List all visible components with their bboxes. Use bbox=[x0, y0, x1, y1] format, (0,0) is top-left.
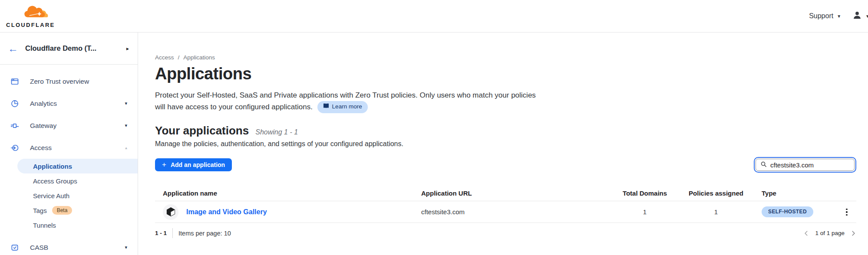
section-subheading: Manage the policies, authentication, and… bbox=[155, 140, 856, 148]
total-domains-cell: 1 bbox=[612, 208, 677, 216]
sidebar-item-tags[interactable]: Tags Beta bbox=[0, 203, 138, 218]
type-badge: SELF-HOSTED bbox=[762, 206, 813, 217]
items-range: 1 - 1 bbox=[155, 230, 167, 236]
items-per-page: Items per page: 10 bbox=[178, 230, 231, 237]
header-type: Type bbox=[755, 190, 837, 197]
sidebar-subitem-label: Service Auth bbox=[33, 192, 69, 199]
policies-assigned-cell: 1 bbox=[677, 208, 755, 216]
header-application-name: Application name bbox=[155, 190, 421, 197]
applications-table: Application name Application URL Total D… bbox=[155, 185, 856, 223]
page-title: Applications bbox=[155, 65, 856, 83]
sidebar-subitem-label: Applications bbox=[33, 163, 72, 170]
support-menu[interactable]: Support ▼ bbox=[809, 12, 841, 20]
table-footer: 1 - 1 Items per page: 10 1 of 1 page bbox=[155, 228, 856, 238]
account-switcher[interactable]: ← Cloudflare Demo (T... ▸ bbox=[0, 33, 138, 65]
sidebar: ← Cloudflare Demo (T... ▸ Zero Trust ove… bbox=[0, 33, 138, 255]
header-application-url: Application URL bbox=[421, 190, 612, 197]
add-application-button[interactable]: + Add an application bbox=[155, 158, 232, 171]
analytics-pie-icon bbox=[10, 99, 19, 108]
header-policies-assigned: Policies assigned bbox=[677, 190, 755, 197]
sidebar-item-label: CASB bbox=[30, 244, 48, 252]
section-head: Your applications Showing 1 - 1 bbox=[155, 124, 856, 137]
showing-count: Showing 1 - 1 bbox=[255, 128, 298, 136]
user-menu[interactable]: ▼ bbox=[852, 10, 868, 22]
sidebar-nav: Zero Trust overview Analytics ▾ bbox=[0, 65, 138, 255]
cloudflare-logo[interactable]: CLOUDFLARE bbox=[6, 4, 57, 28]
breadcrumb-access[interactable]: Access bbox=[155, 54, 174, 61]
book-icon bbox=[323, 102, 329, 111]
back-arrow-icon[interactable]: ← bbox=[8, 43, 18, 54]
page-indicator: 1 of 1 page bbox=[815, 230, 845, 236]
page-description: Protect your Self-Hosted, SaaS and Priva… bbox=[155, 90, 541, 113]
sidebar-item-casb[interactable]: CASB ▾ bbox=[0, 236, 138, 255]
beta-badge: Beta bbox=[52, 206, 73, 215]
access-login-icon bbox=[10, 144, 19, 152]
learn-more-link[interactable]: Learn more bbox=[317, 101, 368, 113]
search-box bbox=[756, 159, 855, 171]
sidebar-subitem-label: Access Groups bbox=[33, 177, 77, 185]
chevron-right-icon: ▸ bbox=[126, 46, 129, 52]
account-name: Cloudflare Demo (T... bbox=[25, 44, 119, 52]
row-actions-kebab-icon[interactable] bbox=[844, 207, 849, 218]
application-name-link[interactable]: Image and Video Gallery bbox=[186, 208, 267, 216]
header-total-domains: Total Domains bbox=[612, 190, 677, 197]
app-root: CLOUDFLARE Support ▼ ▼ ← C bbox=[0, 0, 868, 255]
sidebar-item-access-groups[interactable]: Access Groups bbox=[0, 173, 138, 188]
chevron-down-icon: ▼ bbox=[865, 14, 868, 19]
sidebar-item-label: Zero Trust overview bbox=[30, 78, 89, 85]
sidebar-item-analytics[interactable]: Analytics ▾ bbox=[0, 92, 138, 114]
add-application-label: Add an application bbox=[171, 161, 225, 168]
previous-page-icon[interactable] bbox=[803, 230, 809, 236]
sidebar-item-label: Access bbox=[30, 144, 52, 152]
sidebar-item-zero-trust-overview[interactable]: Zero Trust overview bbox=[0, 70, 138, 92]
topbar-right: Support ▼ ▼ bbox=[809, 10, 867, 22]
application-cube-icon bbox=[163, 204, 178, 220]
sidebar-item-label: Gateway bbox=[30, 122, 56, 130]
next-page-icon[interactable] bbox=[850, 230, 856, 236]
chevron-down-icon[interactable]: ▾ bbox=[125, 245, 127, 250]
overview-window-icon bbox=[10, 77, 19, 86]
sidebar-item-applications[interactable]: Applications bbox=[17, 159, 138, 173]
breadcrumb-separator: / bbox=[178, 54, 180, 61]
sidebar-subitem-label: Tags bbox=[33, 207, 47, 214]
table-header-row: Application name Application URL Total D… bbox=[155, 185, 856, 201]
section-heading: Your applications bbox=[155, 124, 249, 137]
gateway-icon bbox=[10, 121, 19, 130]
learn-more-label: Learn more bbox=[332, 102, 362, 111]
search-input[interactable] bbox=[770, 161, 850, 169]
pagination: 1 of 1 page bbox=[803, 230, 856, 236]
sidebar-item-service-auth[interactable]: Service Auth bbox=[0, 188, 138, 203]
search-icon bbox=[760, 161, 767, 169]
chevron-down-icon[interactable]: ▾ bbox=[125, 101, 127, 106]
plus-icon: + bbox=[162, 160, 166, 169]
breadcrumb: Access / Applications bbox=[155, 54, 856, 61]
main-content: Access / Applications Applications Prote… bbox=[138, 33, 868, 255]
search-focus-ring bbox=[754, 157, 856, 173]
cloudflare-cloud-icon bbox=[6, 4, 57, 21]
sidebar-item-gateway[interactable]: Gateway ▾ bbox=[0, 114, 138, 137]
cloudflare-wordmark: CLOUDFLARE bbox=[6, 22, 57, 28]
topbar: CLOUDFLARE Support ▼ ▼ bbox=[0, 0, 868, 33]
footer-divider bbox=[172, 228, 173, 238]
user-avatar-icon bbox=[852, 10, 862, 22]
breadcrumb-current: Applications bbox=[183, 54, 215, 61]
chevron-down-icon: ▼ bbox=[837, 14, 841, 19]
table-row: Image and Video Gallery cftestsite3.com … bbox=[155, 201, 856, 223]
sidebar-item-tunnels[interactable]: Tunnels bbox=[0, 218, 138, 232]
sidebar-item-access[interactable]: Access ▴ bbox=[0, 137, 138, 159]
casb-check-icon bbox=[10, 243, 19, 252]
chevron-up-icon[interactable]: ▴ bbox=[125, 145, 127, 150]
table-controls: + Add an application bbox=[155, 157, 856, 173]
chevron-down-icon[interactable]: ▾ bbox=[125, 123, 127, 128]
sidebar-subitem-label: Tunnels bbox=[33, 222, 56, 229]
sidebar-item-label: Analytics bbox=[30, 100, 57, 108]
support-label: Support bbox=[809, 12, 833, 20]
application-url-cell: cftestsite3.com bbox=[421, 208, 612, 216]
